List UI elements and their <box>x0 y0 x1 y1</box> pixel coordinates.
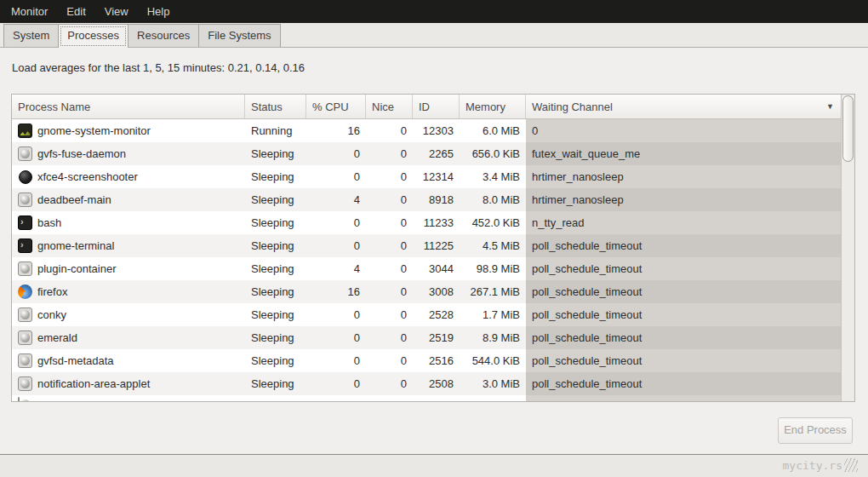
memory-cell: 544.0 KiB <box>460 349 526 372</box>
tab-resources[interactable]: Resources <box>128 24 198 47</box>
gear-icon <box>18 147 32 161</box>
status-cell: Sleeping <box>245 326 306 349</box>
column-header-memory[interactable]: Memory <box>460 95 526 118</box>
cpu-cell: 0 <box>306 211 366 234</box>
table-row[interactable]: emerald Sleeping 0 0 2519 8.9 MiB poll_s… <box>12 326 841 349</box>
waiting-channel-cell: poll_schedule_timeout <box>526 257 841 280</box>
id-cell: 3008 <box>413 280 460 303</box>
cpu-cell: 0 <box>306 372 366 395</box>
nice-cell: 0 <box>366 326 413 349</box>
nice-cell: 0 <box>366 280 413 303</box>
menu-edit[interactable]: Edit <box>57 1 94 22</box>
id-cell: 2265 <box>413 142 460 165</box>
waiting-channel-cell: hrtimer_nanosleep <box>526 188 841 211</box>
table-row[interactable]: gnome-terminal Sleeping 0 0 11225 4.5 Mi… <box>12 234 841 257</box>
cpu-cell: 0 <box>306 326 366 349</box>
end-process-button[interactable]: End Process <box>778 417 853 444</box>
monitor-icon <box>18 124 32 138</box>
process-name-cell: conky <box>12 303 245 326</box>
table-row[interactable]: xfce4-screenshooter Sleeping 0 0 12314 3… <box>12 165 841 188</box>
process-name: conky <box>37 308 66 321</box>
cpu-cell: 4 <box>306 188 366 211</box>
column-header-waiting-channel[interactable]: Waiting Channel ▼ <box>526 95 841 118</box>
process-name-cell: plugin-container <box>12 257 245 280</box>
memory-cell: 452.0 KiB <box>460 211 526 234</box>
memory-cell: 3.0 MiB <box>460 372 526 395</box>
process-name: deadbeef-main <box>37 193 111 206</box>
cpu-cell: 0 <box>306 234 366 257</box>
cpu-cell: 16 <box>306 280 366 303</box>
sort-descending-icon: ▼ <box>826 102 834 111</box>
table-row[interactable]: conky Sleeping 0 0 2528 1.7 MiB poll_sch… <box>12 303 841 326</box>
load-average-text: Load averages for the last 1, 5, 15 minu… <box>12 61 305 74</box>
memory-cell: 98.9 MiB <box>460 257 526 280</box>
status-cell: Sleeping <box>245 188 306 211</box>
column-header-process-name[interactable]: Process Name <box>12 95 245 118</box>
memory-cell: 656.0 KiB <box>460 142 526 165</box>
table-row[interactable]: gvfsd-metadata Sleeping 0 0 2516 544.0 K… <box>12 349 841 372</box>
table-row[interactable]: bash Sleeping 0 0 11233 452.0 KiB n_tty_… <box>12 211 841 234</box>
menu-view[interactable]: View <box>95 1 138 22</box>
status-cell: Sleeping <box>245 280 306 303</box>
system-monitor-window: Monitor Edit View Help System Processes … <box>0 0 868 455</box>
id-cell: 12303 <box>413 119 460 142</box>
column-header-cpu[interactable]: % CPU <box>306 95 366 118</box>
table-row[interactable]: firefox Sleeping 16 0 3008 267.1 MiB pol… <box>12 280 841 303</box>
terminal-icon <box>18 238 32 253</box>
id-cell: 8918 <box>413 188 460 211</box>
column-header-nice[interactable]: Nice <box>366 95 413 118</box>
process-name: firefox <box>37 285 67 298</box>
watermark-slashes-icon <box>844 458 858 472</box>
waiting-channel-cell: poll_schedule_timeout <box>526 234 841 257</box>
process-name-cell: bash <box>12 211 245 234</box>
vertical-scrollbar[interactable] <box>841 95 854 401</box>
nice-cell: 0 <box>366 119 413 142</box>
status-cell: Sleeping <box>245 142 306 165</box>
table-row[interactable]: plugin-container Sleeping 4 0 3044 98.9 … <box>12 257 841 280</box>
memory-cell: 8.9 MiB <box>460 326 526 349</box>
memory-cell: 8.0 MiB <box>460 188 526 211</box>
process-tree: Process Name Status % CPU Nice ID Memory… <box>12 95 841 401</box>
table-row[interactable]: deadbeef-main Sleeping 4 0 8918 8.0 MiB … <box>12 188 841 211</box>
tab-system[interactable]: System <box>3 24 58 47</box>
watermark-text: mycity.rs <box>783 459 842 472</box>
process-name-cell: gvfsd-metadata <box>12 349 245 372</box>
column-header-id[interactable]: ID <box>413 95 460 118</box>
cpu-cell: 0 <box>306 349 366 372</box>
gear-icon <box>18 397 20 401</box>
tab-processes[interactable]: Processes <box>58 24 128 48</box>
status-cell: Sleeping <box>245 234 306 257</box>
waiting-channel-cell: poll_schedule_timeout <box>526 372 841 395</box>
id-cell: 2508 <box>413 372 460 395</box>
menu-help[interactable]: Help <box>138 1 180 22</box>
waiting-channel-cell: poll_schedule_timeout <box>526 349 841 372</box>
scrollbar-thumb[interactable] <box>842 95 854 162</box>
nice-cell: 0 <box>366 257 413 280</box>
id-cell: 3044 <box>413 257 460 280</box>
table-row[interactable]: gvfs-fuse-daemon Sleeping 0 0 2265 656.0… <box>12 142 841 165</box>
process-name-cell: gnome-terminal <box>12 234 245 257</box>
cpu-cell: 0 <box>306 303 366 326</box>
process-name: plugin-container <box>37 262 117 275</box>
tab-file-systems[interactable]: File Systems <box>198 24 280 47</box>
status-cell: Sleeping <box>245 165 306 188</box>
gear-icon <box>18 376 32 391</box>
table-header: Process Name Status % CPU Nice ID Memory… <box>12 95 841 119</box>
table-row[interactable]: gnome-system-monitor Running 16 0 12303 … <box>12 119 841 142</box>
waiting-channel-cell: poll_schedule_timeout <box>526 326 841 349</box>
status-cell: Sleeping <box>245 303 306 326</box>
waiting-channel-cell: hrtimer_nanosleep <box>526 165 841 188</box>
process-name-cell: gvfs-fuse-daemon <box>12 142 245 165</box>
waiting-channel-label: Waiting Channel <box>532 101 613 113</box>
process-name: gvfs-fuse-daemon <box>37 147 126 160</box>
nice-cell: 0 <box>366 188 413 211</box>
memory-cell: 1.7 MiB <box>460 303 526 326</box>
memory-cell: 267.1 MiB <box>460 280 526 303</box>
column-header-status[interactable]: Status <box>245 95 306 118</box>
memory-cell: 3.4 MiB <box>460 165 526 188</box>
status-cell: Sleeping <box>245 349 306 372</box>
gear-icon <box>18 353 32 368</box>
menu-monitor[interactable]: Monitor <box>2 1 57 22</box>
id-cell: 2519 <box>413 326 460 349</box>
table-row[interactable]: notification-area-applet Sleeping 0 0 25… <box>12 372 841 395</box>
